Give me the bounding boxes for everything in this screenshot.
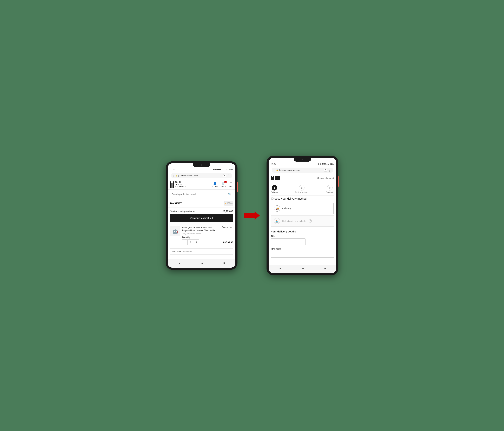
firstname-input[interactable] xyxy=(271,251,334,258)
product-name: Ambrogio 4.36 Elite Robotic Self-Propell… xyxy=(182,226,221,232)
checkout-logo xyxy=(271,176,280,180)
bottom-nav-2: ◄ ● ■ xyxy=(269,265,336,273)
tabs-count-2[interactable]: 5 xyxy=(324,169,327,171)
menu-label: Menu xyxy=(229,186,233,187)
search-bar[interactable]: 🔍 xyxy=(170,191,233,197)
norton-badge: ✓ NortonSECURED xyxy=(225,201,233,206)
url-text-1: johnlewis.com/basket xyxy=(178,174,222,177)
quantity-value: 1 xyxy=(188,239,194,245)
tabs-count-1[interactable]: 5 xyxy=(223,174,226,177)
title-input[interactable] xyxy=(271,238,306,245)
step-review: 2 Review and pay xyxy=(295,185,308,193)
phone-checkout: 17:34 ⊕ ⊖ ✪ ✪ ▲▲84% ⌂ 🔒 heckout.johnlewi… xyxy=(267,156,338,275)
step-circle-2: 2 xyxy=(299,185,305,190)
delivery-option-label: Delivery xyxy=(282,207,291,210)
browser-chrome-2: ⌂ 🔒 heckout.johnlewis.com 5 ⋮ xyxy=(269,166,336,174)
firstname-field-group: First name xyxy=(269,247,336,260)
phone-screen-basket: 17:33 ⊕ ⊖ ✪ ✪ ▲▲ ▲▲84% ⌂ 🔒 johnlewis.com… xyxy=(168,163,235,268)
step-circle-1: 1 xyxy=(272,185,277,190)
quantity-decrease-button[interactable]: − xyxy=(182,239,188,245)
delivery-method-title: Choose your delivery method xyxy=(269,196,336,202)
title-field-group: Title xyxy=(269,234,336,247)
cta-button-label: Continue to checkout xyxy=(190,217,213,219)
product-price: £3,799.00 xyxy=(223,241,233,244)
search-icon: 🔍 xyxy=(228,193,232,196)
basket-button[interactable]: 🛒 1 Basket xyxy=(221,181,226,187)
jl-header: JOHNLEWIS& PARTNERS 👤 Account 🛒 1 Basket xyxy=(168,179,235,190)
total-label: Total (excluding delivery): xyxy=(170,210,195,213)
signal-2: ⊕ ⊖ ✪ ✪ ▲▲84% xyxy=(318,163,333,165)
phone-basket: 17:33 ⊕ ⊖ ✪ ✪ ▲▲ ▲▲84% ⌂ 🔒 johnlewis.com… xyxy=(166,161,237,270)
menu-button[interactable]: ☰ Menu xyxy=(229,181,233,187)
home-icon-2: ⌂ xyxy=(274,169,275,171)
delivery-option-button[interactable]: 🚚 Delivery xyxy=(271,203,334,214)
quantity-increase-button[interactable]: + xyxy=(194,239,199,245)
menu-icon: ☰ xyxy=(229,181,232,185)
checkout-header: Secure checkout xyxy=(269,174,336,182)
product-image: 🤖 xyxy=(170,226,180,236)
signal-1: ⊕ ⊖ ✪ ✪ ▲▲ ▲▲84% xyxy=(213,169,233,171)
basket-label: Basket xyxy=(221,186,226,187)
title-field-label: Title xyxy=(271,235,334,237)
arrow-head xyxy=(255,211,260,220)
total-price: £3,799.00 xyxy=(222,210,233,213)
firstname-field-label: First name xyxy=(271,248,334,250)
checkout-logo-bars xyxy=(271,176,274,180)
bottom-spacer-2 xyxy=(269,260,336,265)
logo-bars xyxy=(170,181,174,187)
back-button-2[interactable]: ◄ xyxy=(275,266,285,271)
remove-item-button[interactable]: Remove item xyxy=(222,226,233,228)
more-options-1[interactable]: ⋮ xyxy=(227,174,230,177)
url-text-2: heckout.johnlewis.com xyxy=(279,169,323,171)
bottom-nav-1: ◄ ● ■ xyxy=(168,259,235,268)
collection-icon: 🏪 xyxy=(274,218,280,224)
quantity-label: Quantity xyxy=(182,236,233,238)
step-delivery: 1 Delivery xyxy=(271,185,278,193)
step-label-1: Delivery xyxy=(271,191,278,193)
logo-bar-2 xyxy=(171,183,172,187)
home-button-2[interactable]: ● xyxy=(299,266,307,271)
qualify-box: Your order qualifies for: xyxy=(170,248,233,254)
arrow-container xyxy=(244,211,260,220)
checkout-bar-1 xyxy=(271,176,272,180)
step-label-2: Review and pay xyxy=(295,191,308,193)
basket-title: BASKET xyxy=(170,202,182,205)
basket-title-row: BASKET ✓ NortonSECURED xyxy=(168,199,235,207)
square-button-2[interactable]: ■ xyxy=(321,266,330,271)
square-button-1[interactable]: ■ xyxy=(220,261,229,266)
collection-option: 🏪 Collection is unavailable ? xyxy=(271,215,334,227)
quantity-controls: − 1 + xyxy=(182,239,199,245)
secure-checkout-label: Secure checkout xyxy=(317,177,334,179)
search-input[interactable] xyxy=(172,193,228,196)
home-button-1[interactable]: ● xyxy=(198,261,207,266)
more-options-2[interactable]: ⋮ xyxy=(328,169,331,172)
step-number-1: 1 xyxy=(274,187,275,189)
logo-bar-1 xyxy=(170,181,171,187)
quantity-row: − 1 + £3,799.00 xyxy=(182,239,233,245)
product-stock: Only 10 in stock online xyxy=(182,233,233,235)
url-bar-2[interactable]: ⌂ 🔒 heckout.johnlewis.com 5 ⋮ xyxy=(272,168,333,173)
home-icon-1: ⌂ xyxy=(173,174,174,177)
time-1: 17:33 xyxy=(171,169,175,170)
url-bar-1[interactable]: ⌂ 🔒 johnlewis.com/basket 5 ⋮ xyxy=(171,173,232,178)
header-actions: 👤 Account 🛒 1 Basket ☰ Menu xyxy=(212,181,233,187)
scene: 17:33 ⊕ ⊖ ✪ ✪ ▲▲ ▲▲84% ⌂ 🔒 johnlewis.com… xyxy=(166,156,338,275)
total-row: Total (excluding delivery): £3,799.00 xyxy=(168,207,235,214)
delivery-truck-icon: 🚚 xyxy=(274,206,280,212)
account-button[interactable]: 👤 Account xyxy=(212,181,218,187)
basket-page: JOHNLEWIS& PARTNERS 👤 Account 🛒 1 Basket xyxy=(168,179,235,259)
account-label: Account xyxy=(212,186,218,187)
browser-chrome-1: ⌂ 🔒 johnlewis.com/basket 5 ⋮ xyxy=(168,171,235,179)
checkout-bar-3 xyxy=(273,176,274,180)
status-bar-2: 17:34 ⊕ ⊖ ✪ ✪ ▲▲84% xyxy=(269,162,336,166)
continue-to-checkout-button[interactable]: Continue to checkout xyxy=(170,214,233,222)
step-circle-3: 3 xyxy=(327,185,333,190)
help-icon[interactable]: ? xyxy=(309,219,312,223)
red-arrow xyxy=(244,211,260,220)
delivery-details-title: Your delivery details xyxy=(269,228,336,234)
phone-screen-checkout: 17:34 ⊕ ⊖ ✪ ✪ ▲▲84% ⌂ 🔒 heckout.johnlewi… xyxy=(269,158,336,273)
progress-steps: 1 Delivery 2 Review and pay 3 xyxy=(269,182,336,195)
step-number-2: 2 xyxy=(301,187,302,189)
back-button-1[interactable]: ◄ xyxy=(174,261,184,266)
collection-label: Collection is unavailable xyxy=(282,220,306,222)
